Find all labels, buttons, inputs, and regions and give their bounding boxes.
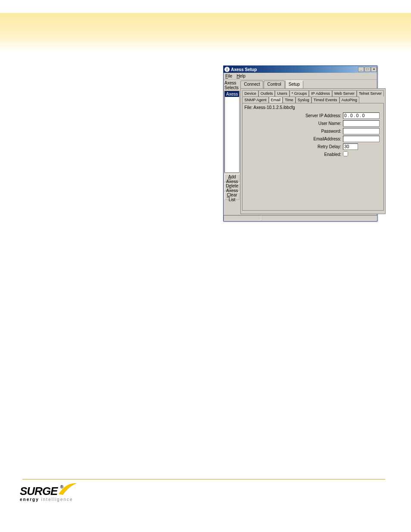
left-panel: Axess Selects Axess Add Axess Delete Axe…	[224, 81, 240, 214]
email-panel: File: Axess-10.1.2.5.ibbcfg Server IP Ad…	[242, 103, 384, 211]
add-axess-button[interactable]: Add Axess	[224, 174, 240, 182]
password-label: Password:	[321, 129, 341, 134]
axess-tree[interactable]: Axess	[224, 91, 240, 173]
subtab-time[interactable]: Time	[283, 96, 296, 103]
logo-main: SURGE ®	[20, 485, 80, 498]
file-line: File: Axess-10.1.2.5.ibbcfg	[244, 105, 382, 110]
subtab-ip[interactable]: IP Address	[309, 90, 332, 96]
subtab-users[interactable]: Users	[275, 90, 290, 96]
emailaddr-input[interactable]	[343, 136, 380, 142]
window-title: Axess Setup	[231, 67, 358, 72]
server-ip-input[interactable]	[343, 112, 380, 119]
username-label: User Name:	[318, 121, 341, 126]
minimize-button[interactable]: _	[358, 67, 364, 72]
menu-file[interactable]: File	[225, 74, 232, 78]
password-input[interactable]	[343, 128, 380, 134]
username-input[interactable]	[343, 120, 380, 127]
subtab-autoping[interactable]: AutoPing	[339, 96, 360, 103]
retry-label: Retry Delay:	[318, 144, 341, 149]
retry-input[interactable]	[343, 143, 358, 150]
right-panel: Connect Control Setup Device Outlets Use…	[240, 81, 386, 214]
subtab-telnet[interactable]: Telnet Server	[357, 90, 384, 96]
subtab-device[interactable]: Device	[242, 90, 258, 96]
status-cell-1	[224, 215, 262, 221]
tab-control[interactable]: Control	[264, 81, 284, 88]
subtab-timed[interactable]: Timed Events	[311, 96, 339, 103]
subtab-groups[interactable]: * Groups	[290, 90, 309, 96]
app-window: i Axess Setup _ □ × File Help Axess Sele…	[223, 65, 377, 221]
close-button[interactable]: ×	[371, 67, 377, 72]
footer-divider	[22, 479, 385, 479]
subtab-snmp[interactable]: SNMP Agent	[242, 96, 268, 103]
swoosh-icon	[58, 481, 79, 498]
subtab-email[interactable]: Email	[269, 96, 283, 103]
subtab-syslog[interactable]: Syslog	[296, 96, 311, 103]
emailaddr-label: EmailAddress:	[314, 137, 341, 141]
menu-help[interactable]: Help	[237, 74, 246, 78]
tab-connect[interactable]: Connect	[240, 81, 263, 88]
top-tabs: Connect Control Setup	[240, 81, 386, 88]
clear-list-button[interactable]: Clear List	[224, 192, 240, 200]
setup-tab-body: Device Outlets Users * Groups IP Address…	[240, 88, 386, 214]
sub-tabs: Device Outlets Users * Groups IP Address…	[242, 90, 384, 103]
logo: SURGE ® energy intelligence	[20, 485, 80, 502]
titlebar: i Axess Setup _ □ ×	[224, 66, 377, 73]
enabled-label: Enabled:	[324, 152, 341, 157]
axess-selects-label: Axess Selects	[224, 81, 240, 90]
statusbar	[224, 215, 377, 221]
subtab-web[interactable]: Web Server	[332, 90, 357, 96]
delete-axess-button[interactable]: Delete Axess	[224, 183, 240, 191]
subtab-outlets[interactable]: Outlets	[258, 90, 275, 96]
enabled-checkbox[interactable]	[343, 151, 348, 156]
menubar: File Help	[224, 73, 377, 80]
server-ip-label: Server IP Address:	[305, 113, 341, 118]
maximize-button[interactable]: □	[364, 67, 371, 72]
logo-text: SURGE	[20, 485, 57, 498]
tree-item-axess[interactable]: Axess	[225, 91, 239, 97]
tab-setup[interactable]: Setup	[285, 81, 303, 88]
app-icon: i	[224, 67, 230, 72]
status-cell-2	[262, 215, 377, 221]
